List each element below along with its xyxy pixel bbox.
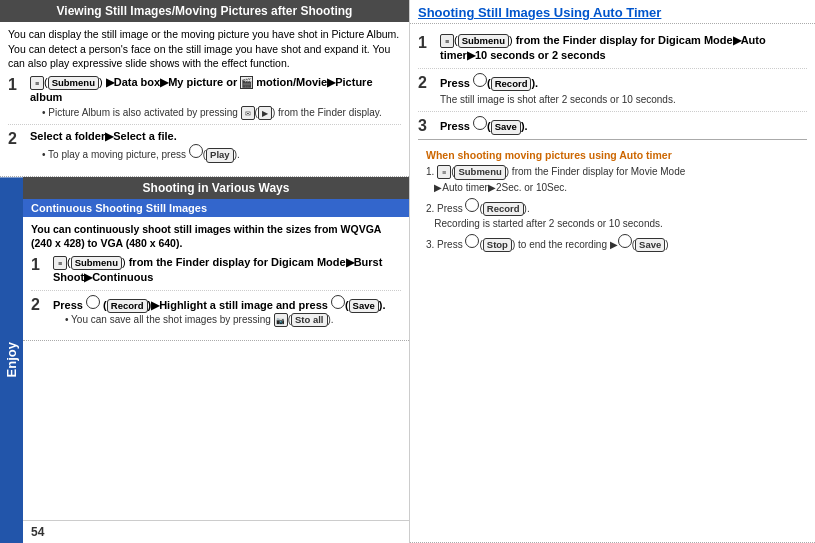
step-2-bottom: 2 Press (Record)▶Highlight a still image…	[31, 295, 401, 332]
step-number-2: 2	[8, 129, 26, 148]
step-2-content: Select a folder▶Select a file. To play a…	[30, 129, 401, 163]
step-number-b1: 1	[31, 255, 49, 274]
submenu-btn-3: Submenu	[458, 34, 509, 48]
when-step-1: 1. ≡(Submenu) from the Finder display fo…	[426, 164, 799, 194]
step-2-note: The still image is shot after 2 seconds …	[440, 93, 807, 107]
step-number-1: 1	[8, 75, 26, 94]
shooting-ways-header: Shooting in Various Ways	[23, 177, 409, 199]
right-steps: 1 ≡(Submenu) from the Finder display for…	[410, 24, 815, 543]
page-number: 54	[23, 520, 409, 543]
right-step-3: 3 Press (Save).	[418, 116, 807, 140]
top-section-description: You can display the still image or the m…	[8, 27, 401, 71]
menu-icon: ≡	[30, 76, 44, 90]
right-step-number-1: 1	[418, 33, 436, 52]
continuous-shooting-body: You can continuously shoot still images …	[23, 217, 409, 342]
circle-icon-7	[465, 234, 479, 248]
step-number-b2: 2	[31, 295, 49, 314]
top-section: Viewing Still Images/Moving Pictures aft…	[0, 0, 409, 177]
right-step-1: 1 ≡(Submenu) from the Finder display for…	[418, 33, 807, 69]
right-step-number-2: 2	[418, 73, 436, 92]
submenu-btn-1: Submenu	[48, 76, 99, 90]
top-section-header: Viewing Still Images/Moving Pictures aft…	[0, 0, 409, 22]
circle-icon-8	[618, 234, 632, 248]
stoall-btn: Sto all	[291, 313, 328, 327]
continuous-shooting-header: Continuous Shooting Still Images	[23, 199, 409, 217]
circle-icon-6	[465, 198, 479, 212]
circle-icon-3	[331, 295, 345, 309]
step-b2-content: Press (Record)▶Highlight a still image a…	[53, 295, 401, 328]
camera-icon: 📷	[274, 313, 288, 327]
circle-icon-5	[473, 116, 487, 130]
circle-icon-1	[189, 144, 203, 158]
save-btn-2: Save	[491, 120, 521, 134]
continuous-description: You can continuously shoot still images …	[31, 222, 401, 251]
play-icon-1: ▶	[258, 106, 272, 120]
motion-icon: 🎬	[240, 76, 253, 89]
mail-icon: ✉	[241, 106, 255, 120]
step-1-bullet: Picture Album is also activated by press…	[42, 106, 401, 120]
when-title: When shooting moving pictures using Auto…	[426, 149, 799, 161]
enjoy-label: Enjoy	[0, 177, 23, 543]
step-1-content: ≡(Submenu) ▶Data box▶My picture or 🎬 mot…	[30, 75, 401, 120]
save-btn-1: Save	[349, 299, 379, 313]
step-1-left-top: 1 ≡(Submenu) ▶Data box▶My picture or 🎬 m…	[8, 75, 401, 125]
enjoy-content: Shooting in Various Ways Continuous Shoo…	[23, 177, 409, 543]
submenu-btn-4: Submenu	[454, 165, 505, 179]
menu-icon-3: ≡	[440, 34, 454, 48]
submenu-btn-2: Submenu	[71, 256, 122, 270]
when-section: When shooting moving pictures using Auto…	[418, 144, 807, 257]
right-step-2-content: Press (Record). The still image is shot …	[440, 73, 807, 107]
record-btn-2: Record	[491, 77, 532, 91]
circle-icon-2	[86, 295, 100, 309]
enjoy-section: Enjoy Shooting in Various Ways Continuou…	[0, 177, 409, 543]
right-title: Shooting Still Images Using Auto Timer	[410, 0, 815, 24]
step-b2-bullet: You can save all the shot images by pres…	[65, 313, 401, 327]
save-btn-3: Save	[635, 238, 665, 252]
step-2-bullet: To play a moving picture, press (Play).	[42, 144, 401, 162]
left-panel: Viewing Still Images/Moving Pictures aft…	[0, 0, 410, 543]
top-section-body: You can display the still image or the m…	[0, 22, 409, 177]
when-step-3: 3. Press (Stop) to end the recording ▶(S…	[426, 234, 799, 252]
right-panel: Shooting Still Images Using Auto Timer 1…	[410, 0, 815, 543]
play-btn-1: Play	[206, 148, 234, 162]
step-2-left-top: 2 Select a folder▶Select a file. To play…	[8, 129, 401, 167]
right-step-1-content: ≡(Submenu) from the Finder display for D…	[440, 33, 807, 64]
record-btn-3: Record	[483, 202, 524, 216]
right-step-number-3: 3	[418, 116, 436, 135]
menu-icon-4: ≡	[437, 165, 451, 179]
when-step-2: 2. Press (Record). Recording is started …	[426, 198, 799, 231]
right-step-2: 2 Press (Record). The still image is sho…	[418, 73, 807, 112]
record-btn-1: Record	[107, 299, 148, 313]
menu-icon-2: ≡	[53, 256, 67, 270]
right-step-3-content: Press (Save).	[440, 116, 807, 134]
step-1-bottom: 1 ≡(Submenu) from the Finder display for…	[31, 255, 401, 291]
circle-icon-4	[473, 73, 487, 87]
stop-btn: Stop	[483, 238, 512, 252]
when-steps: 1. ≡(Submenu) from the Finder display fo…	[426, 164, 799, 252]
step-b1-content: ≡(Submenu) from the Finder display for D…	[53, 255, 401, 286]
